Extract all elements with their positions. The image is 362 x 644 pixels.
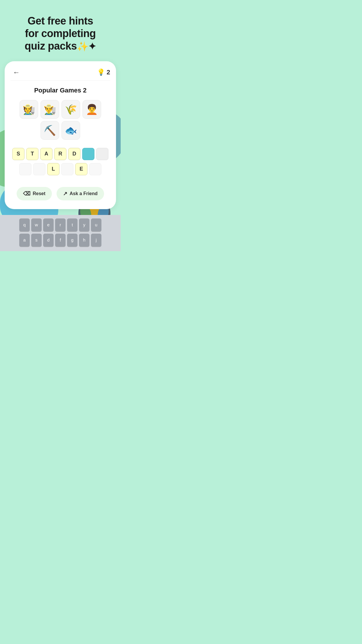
key-a[interactable]: a <box>19 234 30 246</box>
keyboard-row-1: q w e r t y u <box>1 218 120 231</box>
bulb-icon: 💡 <box>97 69 105 76</box>
ask-friend-button[interactable]: ↗ Ask a Friend <box>57 187 104 200</box>
keyboard-row-2: a s d f g h j <box>1 234 120 246</box>
share-icon: ↗ <box>63 190 67 197</box>
key-h[interactable]: h <box>79 234 89 246</box>
tile-blank-3 <box>61 163 73 175</box>
card-topbar: ← 💡 2 <box>5 61 116 80</box>
tile-R: R <box>54 148 66 160</box>
keyboard: q w e r t y u a s d f g h j <box>0 215 121 251</box>
emoji-grid: 🧑‍🌾 👨‍🌾 🌾 🧑‍🦱 ⛏️ 🐟 <box>10 100 110 140</box>
reset-icon: ⌫ <box>23 190 30 197</box>
tile-T: T <box>26 148 38 160</box>
emoji-cell-4: ⛏️ <box>41 121 59 140</box>
header-title: Get free hints for completing quiz packs… <box>12 15 109 52</box>
letter-row-1: S T A R D <box>10 148 110 160</box>
tile-blank-1 <box>19 163 31 175</box>
quiz-content: Popular Games 2 🧑‍🌾 👨‍🌾 🌾 🧑‍🦱 ⛏️ 🐟 S T A… <box>5 81 116 181</box>
key-r[interactable]: r <box>55 218 66 231</box>
tile-empty <box>96 148 108 160</box>
key-w[interactable]: w <box>31 218 42 231</box>
quiz-title: Popular Games 2 <box>10 87 110 94</box>
key-d[interactable]: d <box>43 234 54 246</box>
hints-count: 2 <box>107 69 110 76</box>
key-s[interactable]: s <box>31 234 42 246</box>
reset-label: Reset <box>33 191 45 196</box>
quiz-card: ← 💡 2 Popular Games 2 🧑‍🌾 👨‍🌾 🌾 🧑‍🦱 ⛏️ 🐟… <box>5 61 116 209</box>
header-section: Get free hints for completing quiz packs… <box>0 0 121 61</box>
key-y[interactable]: y <box>79 218 89 231</box>
emoji-cell-5: 🐟 <box>61 121 80 140</box>
emoji-cell-0: 🧑‍🌾 <box>20 100 38 119</box>
ask-friend-label: Ask a Friend <box>70 191 98 196</box>
back-button[interactable]: ← <box>10 67 22 78</box>
key-j[interactable]: j <box>91 234 101 246</box>
tile-blank-2 <box>33 163 45 175</box>
tile-blank-4 <box>89 163 101 175</box>
key-t[interactable]: t <box>67 218 78 231</box>
key-f[interactable]: f <box>55 234 66 246</box>
emoji-cell-2: 🌾 <box>61 100 80 119</box>
tile-E: E <box>75 163 87 175</box>
key-u[interactable]: u <box>91 218 101 231</box>
hints-counter: 💡 2 <box>97 69 110 76</box>
key-g[interactable]: g <box>67 234 78 246</box>
reset-button[interactable]: ⌫ Reset <box>17 187 52 200</box>
emoji-cell-3: 🧑‍🦱 <box>82 100 101 119</box>
key-q[interactable]: q <box>19 218 30 231</box>
tile-active <box>82 148 94 160</box>
emoji-cell-1: 👨‍🌾 <box>41 100 59 119</box>
letter-row-2: L E <box>10 163 110 175</box>
action-buttons: ⌫ Reset ↗ Ask a Friend <box>5 181 116 203</box>
tile-S: S <box>12 148 24 160</box>
tile-L: L <box>47 163 59 175</box>
tile-D: D <box>68 148 80 160</box>
key-e[interactable]: e <box>43 218 54 231</box>
tile-A: A <box>40 148 52 160</box>
sparkle-icon: ✨✦ <box>77 41 96 52</box>
